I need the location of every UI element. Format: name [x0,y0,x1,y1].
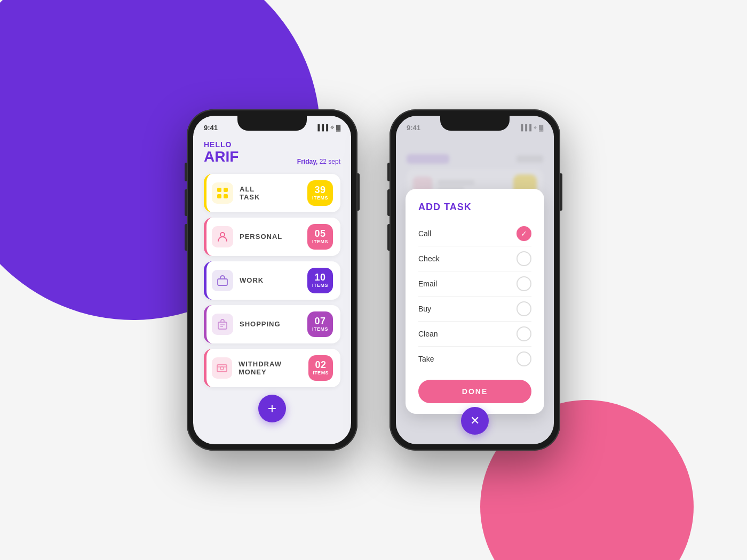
wifi-icon: ⌖ [330,123,334,132]
modal-item-check-label: Check [418,254,440,263]
side-button-left-mid [185,189,187,216]
modal-item-call-label: Call [418,229,431,238]
shopping-task-badge: 07 ITEMS [307,311,333,337]
work-icon [212,270,233,291]
check-clean[interactable]: ✓ [516,326,531,341]
task-card-personal-left: PERSONAL [212,226,282,247]
modal-item-check[interactable]: Check ✓ [418,246,531,271]
signal-icon: ▐▐▐ [316,124,328,131]
status-time-1: 9:41 [204,124,218,132]
task-card-withdraw[interactable]: WITHDRAW MONEY 02 ITEMS [204,349,340,387]
greeting-hello: HELLO [204,140,239,149]
all-task-icon [212,182,233,204]
greeting-date: Friday, Friday, 22 sept22 sept [297,158,340,165]
notch-2 [440,116,510,131]
work-task-label: WORK [240,276,264,284]
task-card-all[interactable]: ALLTASK 39 ITEMS [204,174,340,212]
phone2-side-button-right [560,173,562,211]
task-card-all-left: ALLTASK [212,182,260,204]
check-call[interactable]: ✓ [516,226,531,241]
task-card-personal[interactable]: PERSONAL 05 ITEMS [204,218,340,256]
phone-1: 9:41 ▐▐▐ ⌖ ▓ HELLO ARIF Friday, Friday, … [187,109,357,451]
phone2-side-button-left-top [387,163,390,181]
modal-item-buy-label: Buy [418,305,431,313]
side-button-right [357,173,360,211]
side-button-left-bot [185,224,187,251]
done-button[interactable]: DONE [418,380,531,403]
modal-item-buy[interactable]: Buy ✓ [418,297,531,322]
svg-rect-6 [218,322,227,329]
svg-rect-1 [224,188,228,192]
battery-icon: ▓ [336,124,340,131]
phone-2: 9:41 ▐▐▐ ⌖ ▓ [390,109,560,451]
modal-item-clean[interactable]: Clean ✓ [418,322,531,347]
check-check[interactable]: ✓ [516,251,531,266]
task-card-shopping[interactable]: SHOPPING 07 ITEMS [204,305,340,343]
withdraw-task-badge: 02 ITEMS [308,355,333,381]
svg-rect-5 [218,279,227,285]
modal-item-call[interactable]: Call ✓ [418,221,531,246]
greeting-row: HELLO ARIF Friday, Friday, 22 sept22 sep… [204,140,340,165]
shopping-icon [212,314,233,335]
phone-2-screen: 9:41 ▐▐▐ ⌖ ▓ [396,116,554,444]
modal-item-take[interactable]: Take ✓ [418,347,531,371]
work-task-badge: 10 ITEMS [307,268,333,293]
withdraw-task-label: WITHDRAW MONEY [239,360,308,376]
svg-rect-3 [224,194,228,198]
svg-rect-2 [217,194,221,198]
personal-icon [212,226,233,247]
plus-icon: + [268,400,276,417]
all-task-label: ALLTASK [240,185,260,201]
phone2-side-button-left-bot [387,224,390,251]
modal-item-email-label: Email [418,279,437,288]
notch-1 [237,116,307,131]
phones-container: 9:41 ▐▐▐ ⌖ ▓ HELLO ARIF Friday, Friday, … [187,109,560,451]
svg-point-4 [220,233,225,237]
task-card-work[interactable]: WORK 10 ITEMS [204,261,340,300]
modal-title: ADD TASK [418,202,531,213]
greeting-name: ARIF [204,149,239,165]
check-buy[interactable]: ✓ [516,301,531,316]
personal-task-badge: 05 ITEMS [307,224,333,250]
phone2-side-button-left-mid [387,189,390,216]
add-task-button[interactable]: + [258,395,286,422]
withdraw-icon [212,357,232,379]
phone-1-screen: 9:41 ▐▐▐ ⌖ ▓ HELLO ARIF Friday, Friday, … [193,116,351,444]
greeting-block: HELLO ARIF [204,140,239,165]
svg-rect-0 [217,188,221,192]
svg-rect-9 [217,365,227,372]
task-card-withdraw-left: WITHDRAW MONEY [212,357,308,379]
add-task-modal: ADD TASK Call ✓ Check ✓ Email ✓ [406,189,544,414]
modal-item-take-label: Take [418,355,434,363]
task-card-shopping-left: SHOPPING [212,314,281,335]
modal-item-email[interactable]: Email ✓ [418,271,531,297]
modal-overlay: ADD TASK Call ✓ Check ✓ Email ✓ [396,116,554,444]
personal-task-label: PERSONAL [240,233,282,241]
phone1-content: HELLO ARIF Friday, Friday, 22 sept22 sep… [193,135,351,428]
side-button-left-top [185,163,187,181]
check-email[interactable]: ✓ [516,276,531,291]
task-card-work-left: WORK [212,270,264,291]
shopping-task-label: SHOPPING [240,320,281,328]
close-icon: ✕ [470,414,480,428]
check-take[interactable]: ✓ [516,351,531,366]
close-modal-button[interactable]: ✕ [461,407,489,435]
status-icons-1: ▐▐▐ ⌖ ▓ [316,123,340,132]
modal-item-clean-label: Clean [418,330,438,338]
all-task-badge: 39 ITEMS [307,180,333,206]
